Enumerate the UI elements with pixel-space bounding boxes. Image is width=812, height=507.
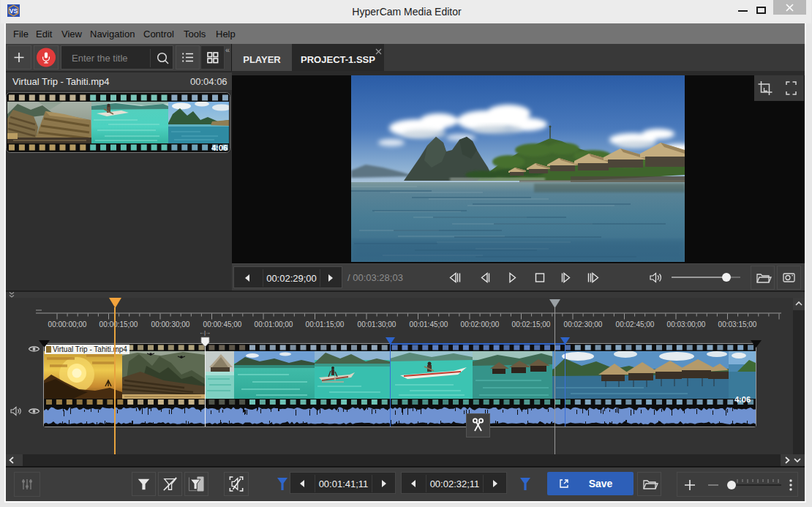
svg-text:4:06: 4:06 xyxy=(211,143,228,152)
